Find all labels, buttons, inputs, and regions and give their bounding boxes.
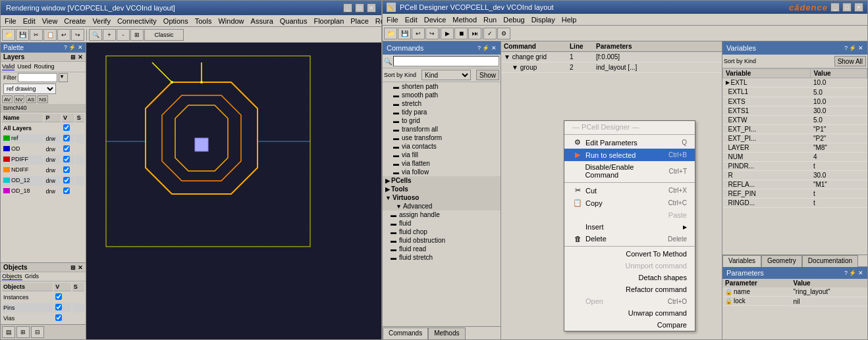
tab-geometry[interactable]: Geometry (761, 255, 802, 267)
cmd-tidy-para[interactable]: ▬ tidy para (383, 108, 501, 116)
obj-vis-checkbox[interactable] (55, 304, 62, 310)
pcell-tb-gear[interactable]: ⚙ (497, 28, 510, 39)
menu-verify[interactable]: Verify (91, 17, 112, 25)
sort-dropdown[interactable]: Kind (421, 70, 471, 80)
tab-documentation[interactable]: Documentation (802, 255, 858, 267)
pcell-tb-step[interactable]: ⏭ (468, 28, 481, 39)
maximize-btn[interactable]: □ (355, 3, 364, 12)
tab-variables[interactable]: Variables (722, 255, 761, 267)
tb-select[interactable]: Classic (144, 29, 184, 41)
menu-create[interactable]: Create (63, 17, 87, 25)
tab-routing[interactable]: Routing (34, 63, 54, 70)
palette-tb-2[interactable]: ⊞ (16, 326, 30, 338)
ctx-disable-enable[interactable]: Disable/Enable Command Ctrl+T (564, 161, 695, 181)
pcell-tb-2[interactable]: 💾 (398, 28, 411, 39)
tab-commands[interactable]: Commands (383, 328, 428, 339)
ref-dropdown[interactable]: ref drawing (3, 84, 56, 94)
tab-methods[interactable]: Methods (428, 328, 465, 339)
pcell-tb-4[interactable]: ↪ (425, 28, 439, 39)
pcell-menu-help[interactable]: Help (560, 16, 578, 24)
layer-vis-checkbox[interactable] (63, 166, 70, 173)
obj-vis-checkbox[interactable] (55, 293, 62, 300)
pcell-menu-device[interactable]: Device (423, 16, 448, 24)
tab-used[interactable]: Used (17, 63, 31, 70)
ctx-run-to-selected[interactable]: ▶ Run to selected Ctrl+B (564, 149, 695, 161)
menu-edit[interactable]: Edit (22, 17, 37, 25)
menu-floorplan[interactable]: Floorplan (312, 17, 345, 25)
ctx-detach-shapes[interactable]: Detach shapes (564, 272, 695, 283)
pcell-tb-stop[interactable]: ⏹ (454, 28, 468, 39)
pcell-minimize[interactable]: _ (830, 3, 840, 12)
tab-grids[interactable]: Grids (25, 273, 40, 280)
tb-btn-7[interactable]: 🔍 (89, 29, 102, 41)
cmd-via-fill[interactable]: ▬ via fill (383, 151, 501, 159)
advanced-item[interactable]: ▼ Advanced (383, 202, 501, 210)
cmd-transform-all[interactable]: ▬ transform all (383, 125, 501, 134)
pcell-menu-file[interactable]: File (385, 16, 400, 24)
pcell-menu-display[interactable]: Display (530, 16, 556, 24)
layer-vis-checkbox[interactable] (63, 187, 70, 194)
ctx-cut[interactable]: ✂ Cut Ctrl+X (564, 184, 695, 197)
pcell-menu-run[interactable]: Run (482, 16, 498, 24)
close-btn[interactable]: × (367, 3, 376, 12)
right-show-all-btn[interactable]: Show All (834, 56, 866, 66)
pcell-maximize[interactable]: □ (842, 3, 852, 12)
ctx-insert[interactable]: Insert ▶ (564, 221, 695, 233)
menu-file[interactable]: File (3, 17, 18, 25)
obj-vis-checkbox[interactable] (55, 314, 62, 321)
nav-ns[interactable]: NS (38, 95, 48, 103)
menu-assura[interactable]: Assura (250, 17, 275, 25)
palette-tb-1[interactable]: ▤ (2, 326, 15, 338)
layer-vis-checkbox[interactable] (63, 135, 70, 141)
cmd-use-transform[interactable]: ▬ use transform (383, 134, 501, 142)
tb-btn-1[interactable]: 📁 (2, 29, 15, 41)
ctx-delete[interactable]: 🗑 Delete Delete (564, 233, 695, 245)
ctx-unwrap[interactable]: Unwrap command (564, 307, 695, 319)
tb-btn-10[interactable]: ⊞ (130, 29, 144, 41)
pcell-tb-check[interactable]: ✓ (483, 28, 497, 39)
cmd-fluid-obstruction[interactable]: ▬ fluid obstruction (383, 236, 501, 245)
pcell-close[interactable]: × (854, 3, 863, 12)
tb-btn-4[interactable]: 📋 (43, 29, 57, 41)
tb-btn-9[interactable]: - (117, 29, 130, 41)
cmd-fluid-read[interactable]: ▬ fluid read (383, 245, 501, 253)
pcell-menu-edit[interactable]: Edit (404, 16, 419, 24)
layer-vis-checkbox[interactable] (63, 156, 70, 162)
pcell-menu-debug[interactable]: Debug (502, 16, 526, 24)
ctx-edit-parameters[interactable]: ⚙ Edit Parameters Q (564, 136, 695, 149)
ctx-convert-to-method[interactable]: Convert To Method (564, 248, 695, 260)
pcell-tb-1[interactable]: 📁 (384, 28, 397, 39)
tools-section[interactable]: ▶ Tools (383, 185, 501, 193)
tb-btn-6[interactable]: ↪ (71, 29, 84, 41)
ctx-compare[interactable]: Compare (564, 319, 695, 331)
cmd-via-follow[interactable]: ▬ via follow (383, 168, 501, 176)
menu-quantus[interactable]: Quantus (279, 17, 309, 25)
layer-vis-checkbox[interactable] (63, 124, 70, 131)
tb-btn-8[interactable]: + (103, 29, 116, 41)
menu-connectivity[interactable]: Connectivity (116, 17, 158, 25)
palette-tb-3[interactable]: ⊟ (31, 326, 44, 338)
layer-vis-checkbox[interactable] (63, 145, 70, 152)
nav-as[interactable]: AS (26, 95, 36, 103)
pcells-section[interactable]: ▶ PCells (383, 176, 501, 185)
tb-btn-5[interactable]: ↩ (57, 29, 70, 41)
minimize-btn[interactable]: _ (343, 3, 352, 12)
ctx-refactor[interactable]: Refactor command (564, 283, 695, 295)
cmd-fluid-chop[interactable]: ▬ fluid chop (383, 228, 501, 236)
layer-vis-checkbox[interactable] (63, 177, 70, 183)
virtuoso-section[interactable]: ▼ Virtuoso (383, 193, 501, 202)
menu-window[interactable]: Window (217, 17, 245, 25)
cmd-shorten-path[interactable]: ▬ shorten path (383, 82, 501, 91)
menu-view[interactable]: View (41, 17, 59, 25)
tb-btn-3[interactable]: ✂ (30, 29, 43, 41)
filter-btn[interactable]: ▼ (59, 73, 68, 82)
cmd-via-contacts[interactable]: ▬ via contacts (383, 142, 501, 151)
pcell-menu-method[interactable]: Method (451, 16, 478, 24)
cmd-stretch[interactable]: ▬ stretch (383, 99, 501, 108)
cmd-assign-handle[interactable]: ▬ assign handle (383, 210, 501, 219)
cmd-fluid-stretch[interactable]: ▬ fluid stretch (383, 253, 501, 262)
tab-valid[interactable]: Valid (2, 63, 14, 70)
cmd-fluid[interactable]: ▬ fluid (383, 219, 501, 228)
menu-options[interactable]: Options (162, 17, 190, 25)
tb-btn-2[interactable]: 💾 (16, 29, 29, 41)
